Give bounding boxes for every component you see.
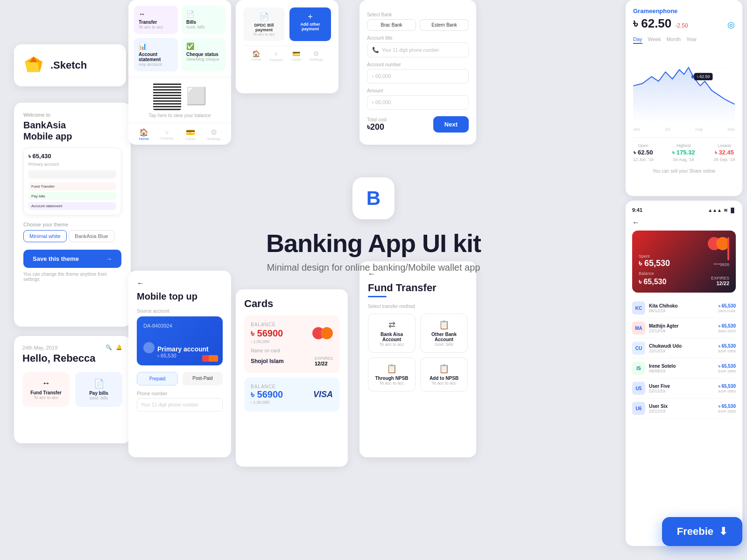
avatar-1: KC bbox=[632, 301, 645, 315]
total-amount: ৳200 bbox=[367, 122, 387, 132]
open-date: 12 Jun, '19 bbox=[633, 157, 654, 162]
prepaid-btn[interactable]: Prepaid bbox=[137, 372, 178, 385]
credit-card-2[interactable]: BALANCE ৳ 56900 VISA ৳ 1,00,000 bbox=[244, 378, 339, 412]
tab-month[interactable]: Month bbox=[666, 35, 681, 44]
card-name: Shojol Islam bbox=[251, 358, 284, 364]
phone-input[interactable]: 📞 Your 11 digit phone number bbox=[367, 42, 469, 57]
choose-theme-label: Choose your theme bbox=[23, 222, 121, 227]
bankasia-mobile-card: Welcome to BankAsia Mobile app ৳ 65,430 … bbox=[14, 103, 131, 327]
account-number-input[interactable]: ৳ 00,000 bbox=[367, 69, 469, 84]
topup-card: ← Mobile top up Source account DA-840392… bbox=[128, 271, 231, 457]
transaction-item-3[interactable]: CU Chukwudi Udo 22/12/19 ৳ 65,530 EGP-29… bbox=[632, 338, 736, 358]
highest-label: Highest bbox=[672, 143, 695, 148]
chart-card: Grameenphone ৳ 62.50 -2.50 ◎ Day Week Mo… bbox=[626, 0, 742, 196]
theme-minimal-btn[interactable]: Minimal white bbox=[23, 230, 67, 242]
freebie-button[interactable]: Freebie ⬇ bbox=[662, 517, 742, 546]
save-theme-btn[interactable]: Save this theme → bbox=[23, 250, 121, 268]
npsb-icon: 📋 bbox=[374, 364, 409, 374]
search-icon[interactable]: 🔍 bbox=[106, 344, 112, 350]
dpdc-icon: 📄 bbox=[248, 12, 280, 21]
phone-label: Phone number bbox=[137, 391, 223, 396]
dpdc-nav-home[interactable]: 🏠 Home bbox=[251, 50, 261, 62]
topup-back[interactable]: ← bbox=[137, 279, 223, 287]
chart-label-jul: Jul bbox=[665, 127, 670, 132]
avatar-3: CU bbox=[632, 342, 645, 355]
dpdc-nav-cards[interactable]: 💳 Cards bbox=[291, 50, 301, 62]
tab-day[interactable]: Day bbox=[633, 35, 642, 44]
topup-title: Mobile top up bbox=[137, 291, 223, 302]
total-cost-label: Total cost bbox=[367, 117, 387, 122]
transaction-item-4[interactable]: IS Irene Sotelo 06/08/19 ৳ 65,530 EGP-29… bbox=[632, 358, 736, 378]
brac-bank-btn[interactable]: Brac Bank bbox=[367, 19, 416, 31]
nav-settings[interactable]: ⚙ Settings bbox=[207, 128, 221, 141]
bank-form-card: Select Bank Brac Bank Estern Bank Accoun… bbox=[359, 0, 476, 145]
bell-icon[interactable]: 🔔 bbox=[116, 344, 122, 350]
ft-method-3[interactable]: 📋 Through NPSB To acc to acc bbox=[368, 357, 416, 392]
dpdc-nav-finance[interactable]: ৳ Finance bbox=[269, 50, 282, 62]
estern-bank-btn[interactable]: Estern Bank bbox=[420, 19, 469, 31]
chart-change: -2.50 bbox=[675, 22, 688, 29]
phone-input[interactable]: Your 11 digit phone number bbox=[137, 398, 223, 412]
mini-account-statement[interactable]: Account statement bbox=[28, 202, 116, 210]
source-account-label: Source account bbox=[137, 308, 223, 314]
nav-cards[interactable]: 💳 Cards bbox=[185, 128, 195, 141]
spent-amount: ৳ 65,530 bbox=[639, 259, 670, 268]
sketch-card: .Sketch bbox=[14, 44, 126, 86]
lowest-label: Lowest bbox=[714, 143, 735, 148]
fund-transfer-action[interactable]: ↔️ Fund Transfer To acc to acc bbox=[22, 372, 70, 407]
add-other-btn[interactable]: + Add other payment bbox=[289, 7, 331, 41]
highest-date: 04 Aug, '19 bbox=[672, 157, 695, 162]
tab-week[interactable]: Week bbox=[648, 35, 661, 44]
download-icon: ⬇ bbox=[719, 525, 727, 538]
finance-icon: ৳ bbox=[161, 128, 174, 136]
nav-home[interactable]: 🏠 Home bbox=[139, 128, 148, 141]
mini-pay-bills[interactable]: Pay bills bbox=[28, 192, 116, 200]
hello-greeting: Hello, Rebecca bbox=[22, 352, 122, 364]
transfer-item[interactable]: ↔ Transfer To acc to acc bbox=[134, 6, 178, 34]
ft-method-2[interactable]: 📋 Other Bank Account Govt. bills bbox=[420, 314, 468, 353]
cheque-status-item[interactable]: ✅ Cheque status View/blog cheque bbox=[182, 38, 226, 71]
avatar-6: U6 bbox=[632, 402, 645, 415]
next-button[interactable]: Next bbox=[433, 116, 469, 133]
add-npsb-icon: 📋 bbox=[426, 364, 462, 374]
settings-icon: ⚙ bbox=[310, 50, 323, 57]
open-value: ৳ 62.50 bbox=[633, 149, 654, 156]
amount-input[interactable]: ৳ 00,000 bbox=[367, 95, 469, 110]
other-bank-icon: 📋 bbox=[426, 320, 462, 330]
lowest-date: 29 Sep, '19 bbox=[714, 157, 735, 162]
ft-select-label: Select transfer method bbox=[368, 304, 468, 309]
ft-method-4[interactable]: 📋 Add to NPSB To acc to acc bbox=[420, 357, 468, 392]
dpdc-nav-settings[interactable]: ⚙ Settings bbox=[310, 50, 323, 62]
chart-label-sep: Sep bbox=[727, 127, 735, 132]
transaction-item-5[interactable]: U5 User Five 22/12/19 ৳ 65,530 EGP-2953 bbox=[632, 378, 736, 399]
hello-date: 24th May, 2019 bbox=[22, 345, 57, 350]
cheque-icon: ✅ bbox=[186, 42, 221, 50]
topup-account-box[interactable]: DA-8403924 Primary account ৳ 65,530 bbox=[137, 316, 223, 365]
card-expires: 12/22 bbox=[711, 280, 729, 286]
tab-year[interactable]: Year bbox=[686, 35, 697, 44]
account-statement-item[interactable]: 📊 Account statement Any account bbox=[134, 38, 178, 71]
theme-blue-btn[interactable]: BankAsia Blue bbox=[69, 230, 114, 242]
back-arrow[interactable]: ← bbox=[632, 218, 736, 227]
pay-bills-action[interactable]: 📄 Pay bills Govt. bills bbox=[75, 372, 122, 407]
bills-item[interactable]: 📄 Bills Govt. bills bbox=[182, 6, 226, 34]
avatar-4: IS bbox=[632, 362, 645, 375]
lowest-value: ৳ 32.45 bbox=[714, 149, 735, 156]
mini-fund-transfer[interactable]: Fund Transfer bbox=[28, 182, 116, 190]
transaction-item-2[interactable]: MA Mathijn Agter 22/12/19 ৳ 65,530 BAO-5… bbox=[632, 318, 736, 338]
transaction-item-6[interactable]: U6 User Six 22/12/19 ৳ 65,530 EGP-2953 bbox=[632, 399, 736, 419]
postpaid-btn[interactable]: Post-Paid bbox=[183, 372, 223, 385]
home-icon: 🏠 bbox=[139, 128, 148, 137]
bills-icon: 📄 bbox=[186, 10, 221, 18]
face-scan-icon[interactable]: ⬜ bbox=[186, 86, 207, 106]
transfer-icon: ↔ bbox=[139, 10, 173, 18]
dpdc-item[interactable]: 📄 DPDC Bill payment To acc to acc bbox=[243, 7, 285, 41]
nav-finance[interactable]: ৳ Finance bbox=[161, 128, 174, 141]
svg-marker-5 bbox=[28, 62, 40, 72]
red-accent-line bbox=[727, 237, 729, 260]
ft-method-1[interactable]: ⇄ Bank Aisa Account To acc to acc bbox=[368, 314, 416, 353]
qr-code[interactable] bbox=[153, 82, 181, 110]
credit-card-1[interactable]: BALANCE ৳ 56900 ৳ 1,00,000 Name on card … bbox=[244, 315, 339, 373]
save-hint: You can change the theme anytime from se… bbox=[23, 272, 121, 282]
transaction-item-1[interactable]: KC Kita Chihoko 06/12/19 ৳ 65,530 DK5-21… bbox=[632, 298, 736, 318]
